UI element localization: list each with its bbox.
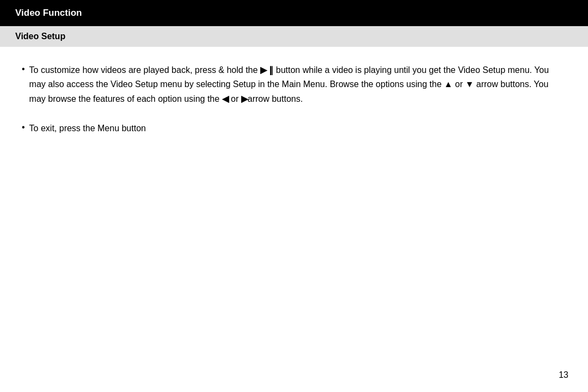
left-arrow-icon: ◀ <box>222 94 229 103</box>
bullet-2-marker: • <box>22 122 25 132</box>
content-area: • To customize how videos are played bac… <box>0 47 588 168</box>
section-header: Video Setup <box>0 26 588 47</box>
bullet-1-marker: • <box>22 64 25 74</box>
bullet1-or1: or <box>452 79 465 89</box>
down-arrow-icon: ▼ <box>465 79 474 89</box>
bullet1-text-part1: To customize how videos are played back,… <box>29 65 260 75</box>
header-title: Video Function <box>15 8 82 18</box>
right-arrow-icon: ▶ <box>241 94 248 103</box>
bullet-1-text: To customize how videos are played back,… <box>29 63 566 106</box>
page-number: 13 <box>559 370 568 380</box>
bullet1-text-part4: arrow buttons. <box>248 94 303 103</box>
play-pause-icon: ▶ ‖ <box>260 65 273 75</box>
bullet-item-2: • To exit, press the Menu button <box>22 121 566 136</box>
header: Video Function <box>0 0 588 26</box>
bullet-item-1: • To customize how videos are played bac… <box>22 63 566 106</box>
up-arrow-icon: ▲ <box>444 79 453 89</box>
bullet1-or2: or <box>229 94 241 103</box>
bullet-2-text: To exit, press the Menu button <box>29 121 146 136</box>
section-title: Video Setup <box>15 32 65 41</box>
